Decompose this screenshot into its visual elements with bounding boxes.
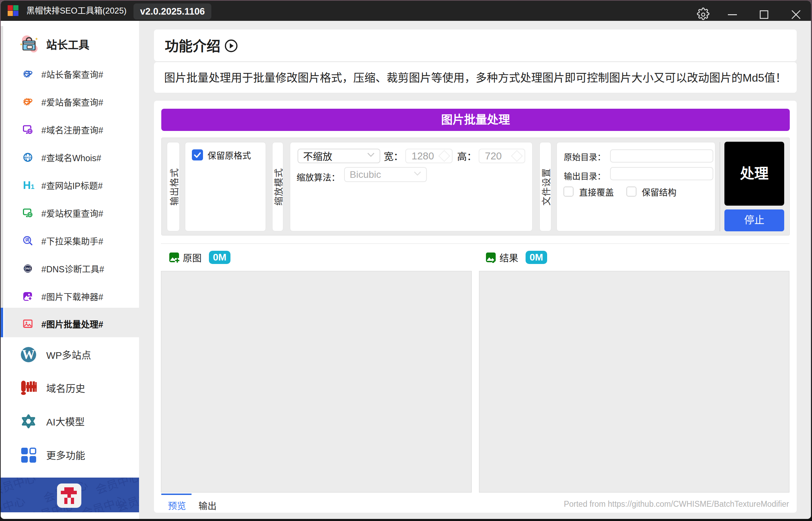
svg-text:DNS: DNS	[24, 267, 31, 270]
svg-text:W: W	[22, 347, 35, 362]
svg-text:词: 词	[25, 238, 29, 242]
svg-text:WHOIS: WHOIS	[24, 156, 32, 159]
